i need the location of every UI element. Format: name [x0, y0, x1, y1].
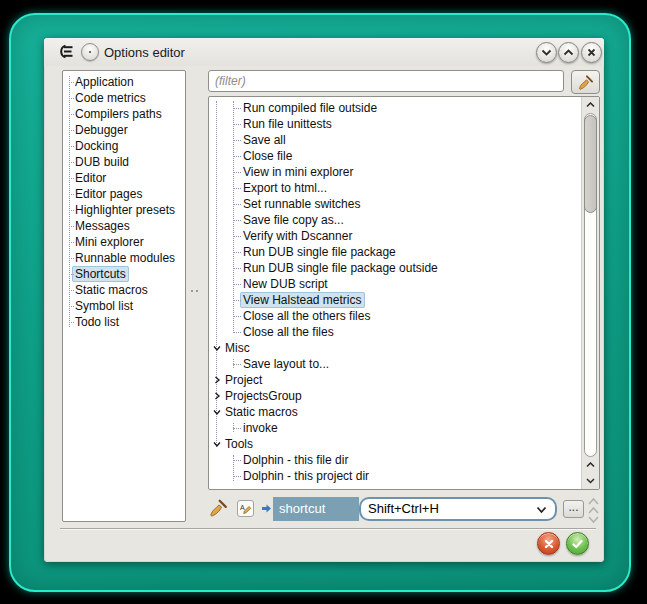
tree-item[interactable]: Run file unittests [209, 116, 581, 132]
tree-group[interactable]: Misc [209, 340, 581, 356]
x-icon [544, 539, 554, 549]
tree-item[interactable]: Close all the others files [209, 308, 581, 324]
property-name-cell[interactable]: shortcut [273, 497, 359, 521]
sidebar-item-todo-list[interactable]: Todo list [63, 314, 185, 330]
shortcut-value-combo[interactable]: Shift+Ctrl+H [359, 497, 557, 521]
sidebar-item-editor[interactable]: Editor [63, 170, 185, 186]
tree-item[interactable]: View in mini explorer [209, 164, 581, 180]
dexed-logo [57, 43, 74, 60]
tree-scrollbar[interactable] [581, 97, 599, 489]
category-list[interactable]: Application Code metrics Compilers paths… [62, 70, 186, 522]
chevron-up-icon [586, 102, 595, 108]
chevron-down-icon[interactable] [212, 407, 222, 417]
tree-item[interactable]: Close all the files [209, 324, 581, 340]
clear-filter-button[interactable] [571, 70, 600, 94]
chevron-down-icon[interactable] [212, 439, 222, 449]
shortcuts-panel: Run compiled file outside Run file unitt… [208, 70, 600, 526]
tree-item[interactable]: invoke [209, 420, 581, 436]
svg-text:A: A [240, 504, 245, 511]
chevron-down-icon [586, 478, 595, 484]
scroll-up-button[interactable] [582, 457, 599, 473]
titlebar[interactable]: Options editor [44, 38, 604, 66]
sidebar-item-code-metrics[interactable]: Code metrics [63, 90, 185, 106]
sidebar-item-docking[interactable]: Docking [63, 138, 185, 154]
minimize-button[interactable] [536, 42, 557, 63]
tree-group[interactable]: Project [209, 372, 581, 388]
sidebar-item-static-macros[interactable]: Static macros [63, 282, 185, 298]
scroll-down-button[interactable] [582, 473, 599, 489]
arrow-right-icon [261, 503, 272, 514]
splitter-handle[interactable] [191, 289, 201, 293]
tree-item[interactable]: Verify with Dscanner [209, 228, 581, 244]
tree-group[interactable]: Tools [209, 436, 581, 452]
tree-item[interactable]: Save layout to... [209, 356, 581, 372]
tree-item[interactable]: Run compiled file outside [209, 100, 581, 116]
edit-pencil-icon[interactable]: A [237, 500, 254, 517]
sidebar-item-application[interactable]: Application [63, 74, 185, 90]
sidebar-item-shortcuts[interactable]: Shortcuts [63, 266, 185, 282]
options-editor-window: Options editor Application Code metrics … [44, 38, 604, 562]
tree-item[interactable]: Set runnable switches [209, 196, 581, 212]
sidebar-item-highlighter-presets[interactable]: Highlighter presets [63, 202, 185, 218]
broom-icon[interactable] [208, 498, 228, 518]
shortcut-property-editor: A shortcut Shift+Ctrl+H ... [208, 494, 600, 524]
screen: Options editor Application Code metrics … [0, 0, 647, 604]
filter-input[interactable] [208, 70, 564, 92]
chevron-down-icon[interactable] [536, 506, 547, 514]
sidebar-item-mini-explorer[interactable]: Mini explorer [63, 234, 185, 250]
tree-item[interactable]: Run DUB single file package [209, 244, 581, 260]
shortcut-tree[interactable]: Run compiled file outside Run file unitt… [208, 96, 600, 490]
sidebar-item-runnable-modules[interactable]: Runnable modules [63, 250, 185, 266]
sticky-dot-icon [89, 51, 91, 53]
footer-bar [60, 528, 596, 555]
sticky-button[interactable] [81, 43, 99, 61]
window-title: Options editor [104, 45, 185, 60]
chevron-up-icon [563, 49, 574, 56]
more-button[interactable]: ... [563, 500, 584, 518]
tree-item[interactable]: Dolphin - this project dir [209, 468, 581, 484]
chevron-down-icon[interactable] [212, 343, 222, 353]
sidebar-item-debugger[interactable]: Debugger [63, 122, 185, 138]
tree-item[interactable]: Save all [209, 132, 581, 148]
tree-item[interactable]: Export to html... [209, 180, 581, 196]
property-grid-scroll-buttons[interactable] [587, 495, 600, 525]
sidebar-item-messages[interactable]: Messages [63, 218, 185, 234]
tree-group[interactable]: ProjectsGroup [209, 388, 581, 404]
tree-item[interactable]: Dolphin - this file dir [209, 452, 581, 468]
tree-item[interactable]: Save file copy as... [209, 212, 581, 228]
x-icon [587, 48, 596, 57]
sidebar-item-symbol-list[interactable]: Symbol list [63, 298, 185, 314]
chevron-down-icon [541, 49, 552, 56]
cancel-button[interactable] [537, 532, 560, 555]
tree-item[interactable]: New DUB script [209, 276, 581, 292]
chevron-up-icon [586, 462, 595, 468]
broom-icon [577, 74, 594, 91]
chevron-right-icon[interactable] [212, 375, 222, 385]
chevron-right-icon[interactable] [212, 391, 222, 401]
check-icon [572, 539, 583, 549]
close-button[interactable] [581, 42, 602, 63]
tree-group[interactable]: Static macros [209, 404, 581, 420]
accept-button[interactable] [566, 532, 589, 555]
tree-item[interactable]: Run DUB single file package outside [209, 260, 581, 276]
sidebar-item-editor-pages[interactable]: Editor pages [63, 186, 185, 202]
tree-item-selected[interactable]: View Halstead metrics [209, 292, 581, 308]
scroll-up-button[interactable] [582, 97, 599, 113]
sidebar-item-dub-build[interactable]: DUB build [63, 154, 185, 170]
sidebar-item-compilers-paths[interactable]: Compilers paths [63, 106, 185, 122]
maximize-button[interactable] [558, 42, 579, 63]
scrollbar-thumb[interactable] [584, 115, 597, 213]
tree-item[interactable]: Close file [209, 148, 581, 164]
